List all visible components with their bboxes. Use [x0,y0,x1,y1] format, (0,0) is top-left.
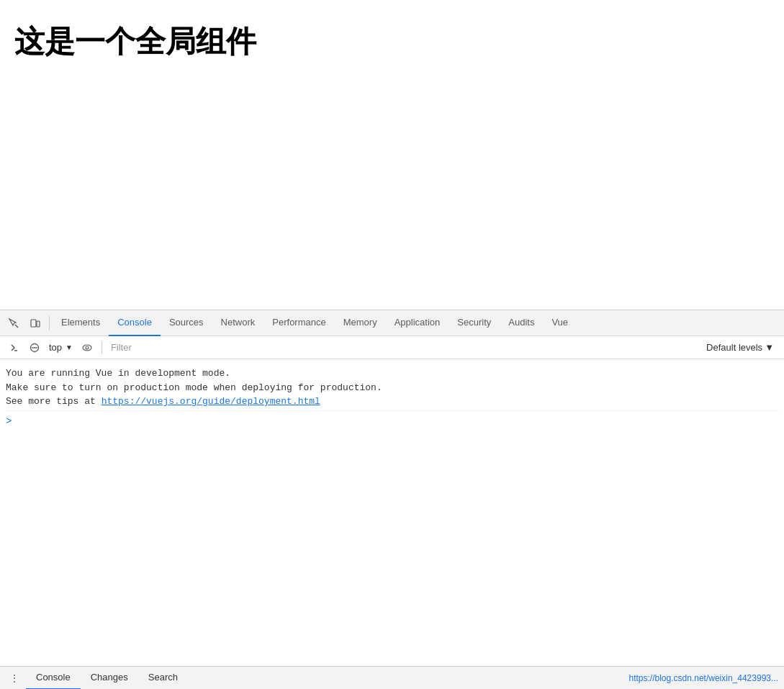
console-message-line3: See more tips at [6,396,102,407]
console-message-line1: You are running Vue in development mode. [6,368,230,379]
tab-memory[interactable]: Memory [335,310,386,336]
bottom-tab-changes[interactable]: Changes [81,667,138,690]
tab-vue[interactable]: Vue [543,310,577,336]
svg-rect-2 [37,321,40,327]
tab-network[interactable]: Network [212,310,264,336]
device-toolbar-icon[interactable] [25,313,45,333]
tab-elements[interactable]: Elements [53,310,109,336]
svg-point-6 [83,345,91,351]
console-output: You are running Vue in development mode.… [0,359,784,666]
toolbar-divider [102,341,102,354]
main-content: 这是一个全局组件 [0,0,784,310]
more-options-icon[interactable]: ⋮ [6,670,23,687]
bottom-tab-console[interactable]: Console [26,667,81,690]
context-selector-wrapper: top ▼ [49,342,73,353]
svg-rect-1 [31,320,36,327]
clear-console-icon[interactable] [26,339,43,356]
context-select[interactable]: top [49,342,64,353]
default-levels-button[interactable]: Default levels ▼ [702,341,778,354]
tab-divider-1 [49,316,50,330]
default-levels-arrow-icon: ▼ [765,342,774,353]
console-toolbar: top ▼ Default levels ▼ [0,336,784,359]
tab-audits[interactable]: Audits [500,310,543,336]
console-message-1: You are running Vue in development mode.… [6,365,778,411]
context-arrow-icon: ▼ [66,343,73,351]
tab-security[interactable]: Security [449,310,500,336]
devtools-bottom-bar: ⋮ Console Changes Search https://blog.cs… [0,666,784,689]
page-heading: 这是一个全局组件 [14,22,770,62]
devtools-tabs-bar: Elements Console Sources Network Perform… [0,310,784,336]
tab-performance[interactable]: Performance [263,310,334,336]
svg-point-7 [86,346,89,349]
console-deployment-link[interactable]: https://vuejs.org/guide/deployment.html [102,396,320,407]
tab-sources[interactable]: Sources [161,310,212,336]
execute-script-icon[interactable] [6,339,23,356]
status-url[interactable]: https://blog.csdn.net/weixin_4423993... [629,673,778,683]
console-prompt[interactable]: > [6,415,778,427]
tab-application[interactable]: Application [386,310,449,336]
inspect-element-icon[interactable] [4,313,24,333]
bottom-tab-search[interactable]: Search [138,667,188,690]
filter-input[interactable] [108,341,699,354]
tab-console[interactable]: Console [109,310,161,336]
svg-line-0 [15,325,18,328]
devtools-panel: Elements Console Sources Network Perform… [0,310,784,689]
console-message-line2: Make sure to turn on production mode whe… [6,382,382,393]
filter-eye-icon[interactable] [78,339,96,356]
